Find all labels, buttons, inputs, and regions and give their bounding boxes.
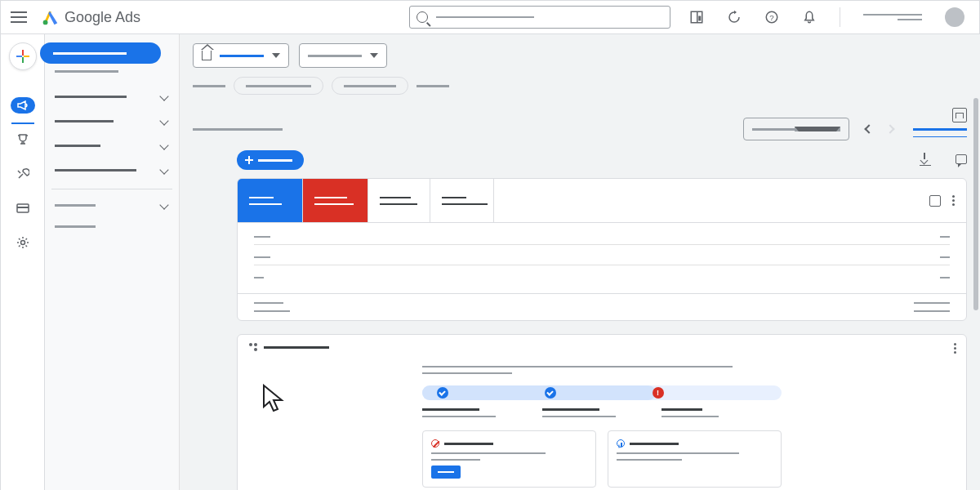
- trophy-icon: [16, 133, 29, 146]
- gear-icon: [16, 236, 29, 249]
- svg-rect-3: [698, 16, 701, 21]
- account-selector[interactable]: [193, 43, 289, 68]
- step-col: [542, 408, 662, 417]
- rail-campaigns[interactable]: [0, 88, 45, 122]
- card-menu-icon[interactable]: [954, 343, 956, 354]
- account-switcher[interactable]: [863, 14, 922, 20]
- nav-group-audiences[interactable]: [45, 158, 179, 182]
- main-menu-icon[interactable]: [11, 11, 27, 23]
- card-intro: [422, 366, 782, 374]
- svg-rect-9: [24, 56, 29, 57]
- add-filter[interactable]: [416, 85, 449, 87]
- expand-icon[interactable]: [929, 195, 941, 207]
- main-content: !: [180, 34, 980, 490]
- breadcrumb-row: [180, 34, 980, 77]
- nav-group-campaigns[interactable]: [45, 109, 179, 133]
- reports-icon[interactable]: [689, 10, 704, 24]
- metric-tabs: [238, 179, 966, 223]
- dropdown-icon: [795, 127, 840, 131]
- chevron-down-icon: [159, 116, 168, 125]
- card-icon: [16, 203, 29, 213]
- setup-progress: !: [422, 385, 782, 400]
- save-view-icon[interactable]: [952, 108, 967, 122]
- nav-item-settings[interactable]: [55, 225, 96, 228]
- step-col: [422, 408, 542, 417]
- chevron-down-icon: [159, 165, 168, 174]
- filter-chip[interactable]: [332, 77, 408, 95]
- cursor-illustration: [262, 384, 287, 413]
- date-prev[interactable]: [861, 121, 877, 137]
- setup-card: !: [237, 334, 967, 490]
- svg-point-12: [20, 241, 24, 245]
- rail-goals[interactable]: [0, 122, 45, 157]
- recommendation-card[interactable]: [422, 430, 596, 488]
- svg-rect-7: [22, 57, 24, 63]
- more-menu-icon[interactable]: [952, 195, 955, 206]
- date-next[interactable]: [882, 121, 898, 137]
- app-header: Google Ads ?: [0, 0, 980, 34]
- recommendation-card[interactable]: [608, 430, 782, 488]
- search-placeholder: [436, 16, 534, 18]
- svg-text:?: ?: [769, 13, 774, 22]
- secondary-nav: [45, 34, 180, 490]
- step-error-icon: !: [653, 387, 664, 399]
- svg-rect-6: [22, 50, 24, 56]
- scorecard: [237, 178, 967, 321]
- svg-rect-2: [697, 11, 698, 23]
- product-logo[interactable]: Google Ads: [42, 8, 140, 26]
- home-icon: [202, 51, 212, 60]
- feedback-icon[interactable]: [956, 154, 967, 164]
- dropdown-icon: [370, 53, 378, 58]
- nav-group-adgroups[interactable]: [45, 133, 179, 158]
- megaphone-icon: [17, 100, 29, 110]
- page-title-row: [180, 101, 980, 150]
- create-button[interactable]: [9, 42, 37, 70]
- campaign-selector[interactable]: [299, 43, 387, 68]
- step-col: [662, 408, 782, 417]
- ads-logo-icon: [42, 8, 60, 26]
- download-icon[interactable]: [920, 154, 931, 166]
- chevron-down-icon: [159, 140, 168, 149]
- svg-point-0: [43, 20, 48, 24]
- new-campaign-button[interactable]: [237, 150, 304, 170]
- tab-impressions[interactable]: [303, 179, 368, 223]
- global-search[interactable]: [409, 6, 670, 29]
- plus-icon: [16, 49, 30, 64]
- refresh-icon[interactable]: [727, 10, 742, 24]
- show-all-link[interactable]: [913, 128, 967, 131]
- nav-item-more[interactable]: [45, 196, 179, 214]
- plus-icon: [245, 156, 253, 164]
- fix-it-button[interactable]: [431, 466, 461, 479]
- rail-billing[interactable]: [0, 191, 45, 225]
- nav-recommendations[interactable]: [55, 70, 118, 73]
- page-title: [193, 128, 283, 131]
- recommendations-icon: [249, 343, 257, 351]
- filter-label: [193, 85, 225, 87]
- dropdown-icon: [272, 53, 280, 58]
- rail-settings[interactable]: [0, 225, 45, 260]
- user-avatar[interactable]: [945, 7, 964, 27]
- chevron-down-icon: [159, 91, 168, 100]
- step-done-icon: [545, 387, 556, 399]
- svg-rect-11: [17, 207, 29, 208]
- step-done-icon: [437, 387, 448, 399]
- vertical-scrollbar[interactable]: [973, 98, 978, 310]
- action-row: [180, 150, 980, 178]
- filter-chip[interactable]: [234, 77, 323, 95]
- chevron-down-icon: [159, 200, 168, 209]
- date-range-picker[interactable]: [743, 118, 849, 140]
- tab-clicks[interactable]: [238, 179, 303, 223]
- rail-tools[interactable]: [0, 157, 45, 191]
- chart-icon: [617, 439, 625, 448]
- nav-group-insights[interactable]: [45, 84, 179, 109]
- tab-cpc[interactable]: [368, 179, 430, 223]
- tab-cost[interactable]: [430, 179, 494, 223]
- nav-overview[interactable]: [40, 42, 161, 64]
- card-header: [249, 343, 955, 351]
- blocked-icon: [431, 439, 439, 448]
- notifications-icon[interactable]: [802, 10, 817, 24]
- help-icon[interactable]: ?: [764, 10, 779, 24]
- scorecard-footer: [238, 293, 966, 320]
- svg-rect-8: [16, 56, 22, 57]
- tools-icon: [16, 167, 29, 180]
